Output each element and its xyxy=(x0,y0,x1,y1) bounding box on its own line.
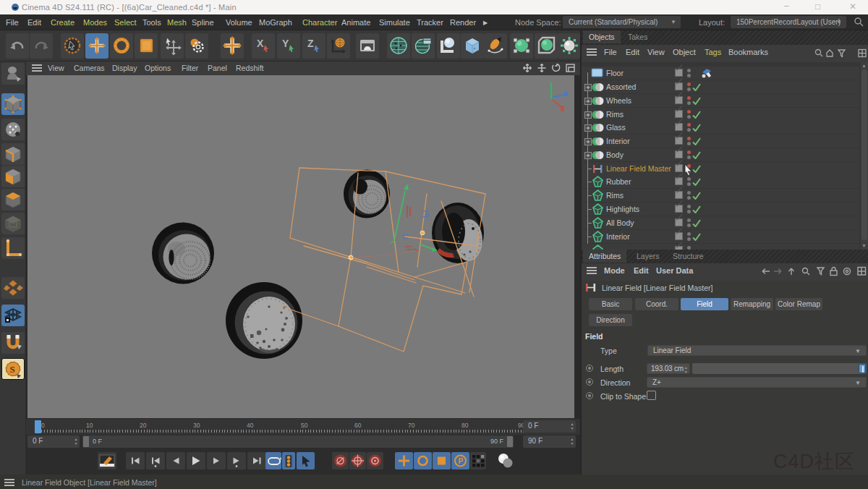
svg-text:Y: Y xyxy=(282,38,289,49)
svg-text:Z: Z xyxy=(307,38,314,49)
svg-text:S: S xyxy=(10,364,15,375)
svg-text:X: X xyxy=(257,38,264,49)
svg-text:P: P xyxy=(459,457,464,465)
